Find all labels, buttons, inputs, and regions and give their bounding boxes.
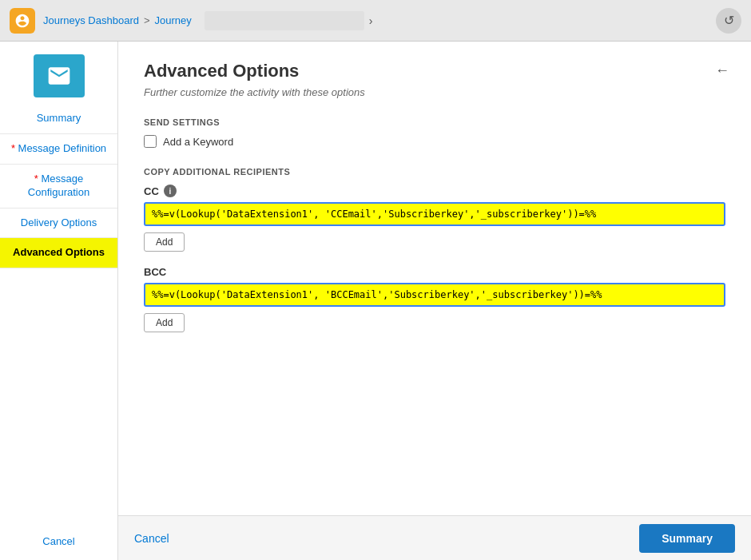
bcc-field-label: BCC [144, 266, 725, 278]
cc-label-text: CC [144, 185, 159, 197]
content-panel: ← Advanced Options Further customize the… [118, 42, 751, 515]
sidebar-item-delivery-options[interactable]: Delivery Options [0, 209, 117, 239]
top-bar-back-button[interactable]: ↺ [716, 8, 741, 34]
panel-back-button[interactable]: ← [709, 58, 735, 83]
back-icon: ↺ [724, 13, 734, 28]
sidebar-email-icon [34, 54, 85, 97]
sidebar-item-summary[interactable]: Summary [0, 104, 117, 134]
breadcrumb-input-area: › [205, 11, 373, 30]
content-wrapper: ← Advanced Options Further customize the… [118, 42, 751, 560]
sidebar-item-message-definition[interactable]: Message Definition [0, 134, 117, 165]
sidebar-nav: Summary Message Definition Message Confi… [0, 104, 117, 268]
main-layout: Summary Message Definition Message Confi… [0, 42, 751, 560]
add-keyword-label[interactable]: Add a Keyword [163, 136, 233, 148]
sidebar: Summary Message Definition Message Confi… [0, 42, 118, 560]
send-settings-label: SEND SETTINGS [144, 117, 725, 127]
breadcrumb-journey-link[interactable]: Journey [155, 14, 192, 26]
bcc-label-text: BCC [144, 266, 166, 278]
bcc-formula-input[interactable] [144, 283, 725, 307]
breadcrumb-journeys-link[interactable]: Journeys Dashboard [43, 14, 139, 26]
sidebar-cancel-link[interactable]: Cancel [0, 522, 117, 560]
cc-add-button[interactable]: Add [144, 232, 185, 252]
sidebar-item-message-configuration[interactable]: Message Configuration [0, 165, 117, 209]
add-keyword-checkbox[interactable] [144, 135, 157, 148]
panel-subtitle: Further customize the activity with thes… [144, 86, 725, 98]
breadcrumb-separator: > [144, 14, 150, 26]
top-bar: Journeys Dashboard > Journey › ↺ [0, 0, 751, 42]
app-logo [10, 8, 35, 34]
add-keyword-row: Add a Keyword [144, 135, 725, 148]
cc-field-label: CC i [144, 185, 725, 197]
breadcrumb-right-arrow: › [369, 14, 373, 27]
bcc-add-button[interactable]: Add [144, 313, 185, 332]
bcc-formula-row [144, 283, 725, 307]
cc-info-icon[interactable]: i [164, 185, 177, 197]
copy-recipients-label: COPY ADDITIONAL RECIPIENTS [144, 167, 725, 177]
breadcrumb: Journeys Dashboard > Journey › [43, 11, 716, 30]
sidebar-item-advanced-options[interactable]: Advanced Options [0, 238, 117, 268]
journey-name-input[interactable] [205, 11, 364, 30]
footer-cancel-button[interactable]: Cancel [134, 532, 169, 545]
panel-title: Advanced Options [144, 61, 725, 81]
footer-summary-button[interactable]: Summary [639, 524, 735, 553]
cc-formula-row [144, 202, 725, 226]
footer: Cancel Summary [118, 515, 751, 560]
content-inner: ← Advanced Options Further customize the… [118, 42, 751, 371]
copy-recipients-section: COPY ADDITIONAL RECIPIENTS CC i Add BCC [144, 167, 725, 332]
send-settings-section: SEND SETTINGS Add a Keyword [144, 117, 725, 148]
cc-formula-input[interactable] [144, 202, 725, 226]
